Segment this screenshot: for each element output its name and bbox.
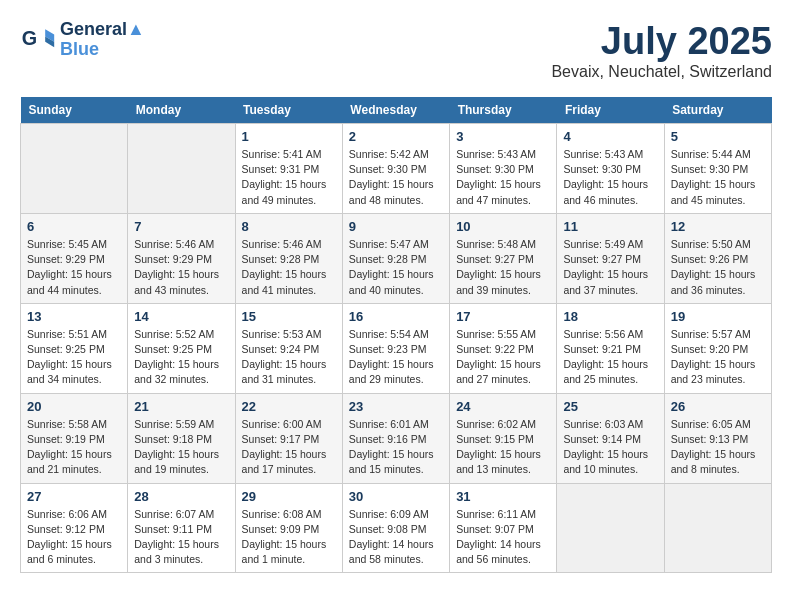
calendar-cell: 21Sunrise: 5:59 AM Sunset: 9:18 PM Dayli… xyxy=(128,393,235,483)
day-number: 25 xyxy=(563,399,657,414)
day-number: 4 xyxy=(563,129,657,144)
weekday-header-row: SundayMondayTuesdayWednesdayThursdayFrid… xyxy=(21,97,772,124)
title-block: July 2025 Bevaix, Neuchatel, Switzerland xyxy=(551,20,772,81)
day-info: Sunrise: 5:48 AM Sunset: 9:27 PM Dayligh… xyxy=(456,237,550,298)
calendar-cell: 22Sunrise: 6:00 AM Sunset: 9:17 PM Dayli… xyxy=(235,393,342,483)
day-number: 3 xyxy=(456,129,550,144)
day-info: Sunrise: 6:03 AM Sunset: 9:14 PM Dayligh… xyxy=(563,417,657,478)
calendar-cell: 16Sunrise: 5:54 AM Sunset: 9:23 PM Dayli… xyxy=(342,303,449,393)
day-number: 2 xyxy=(349,129,443,144)
day-number: 30 xyxy=(349,489,443,504)
day-number: 10 xyxy=(456,219,550,234)
weekday-sunday: Sunday xyxy=(21,97,128,124)
day-info: Sunrise: 6:05 AM Sunset: 9:13 PM Dayligh… xyxy=(671,417,765,478)
day-number: 13 xyxy=(27,309,121,324)
day-info: Sunrise: 5:57 AM Sunset: 9:20 PM Dayligh… xyxy=(671,327,765,388)
calendar-cell: 27Sunrise: 6:06 AM Sunset: 9:12 PM Dayli… xyxy=(21,483,128,573)
day-number: 15 xyxy=(242,309,336,324)
calendar-cell: 15Sunrise: 5:53 AM Sunset: 9:24 PM Dayli… xyxy=(235,303,342,393)
day-info: Sunrise: 5:43 AM Sunset: 9:30 PM Dayligh… xyxy=(456,147,550,208)
calendar-cell: 29Sunrise: 6:08 AM Sunset: 9:09 PM Dayli… xyxy=(235,483,342,573)
day-number: 21 xyxy=(134,399,228,414)
subtitle: Bevaix, Neuchatel, Switzerland xyxy=(551,63,772,81)
day-info: Sunrise: 5:50 AM Sunset: 9:26 PM Dayligh… xyxy=(671,237,765,298)
calendar-cell: 5Sunrise: 5:44 AM Sunset: 9:30 PM Daylig… xyxy=(664,124,771,214)
calendar-body: 1Sunrise: 5:41 AM Sunset: 9:31 PM Daylig… xyxy=(21,124,772,573)
day-number: 18 xyxy=(563,309,657,324)
day-info: Sunrise: 6:07 AM Sunset: 9:11 PM Dayligh… xyxy=(134,507,228,568)
day-info: Sunrise: 6:00 AM Sunset: 9:17 PM Dayligh… xyxy=(242,417,336,478)
day-info: Sunrise: 5:43 AM Sunset: 9:30 PM Dayligh… xyxy=(563,147,657,208)
calendar-cell: 31Sunrise: 6:11 AM Sunset: 9:07 PM Dayli… xyxy=(450,483,557,573)
day-number: 6 xyxy=(27,219,121,234)
day-number: 8 xyxy=(242,219,336,234)
calendar-cell: 10Sunrise: 5:48 AM Sunset: 9:27 PM Dayli… xyxy=(450,213,557,303)
calendar-cell: 18Sunrise: 5:56 AM Sunset: 9:21 PM Dayli… xyxy=(557,303,664,393)
calendar-cell: 25Sunrise: 6:03 AM Sunset: 9:14 PM Dayli… xyxy=(557,393,664,483)
calendar-cell: 1Sunrise: 5:41 AM Sunset: 9:31 PM Daylig… xyxy=(235,124,342,214)
day-info: Sunrise: 5:47 AM Sunset: 9:28 PM Dayligh… xyxy=(349,237,443,298)
calendar-cell: 14Sunrise: 5:52 AM Sunset: 9:25 PM Dayli… xyxy=(128,303,235,393)
day-info: Sunrise: 6:11 AM Sunset: 9:07 PM Dayligh… xyxy=(456,507,550,568)
day-number: 20 xyxy=(27,399,121,414)
day-info: Sunrise: 5:41 AM Sunset: 9:31 PM Dayligh… xyxy=(242,147,336,208)
day-number: 26 xyxy=(671,399,765,414)
week-row-2: 6Sunrise: 5:45 AM Sunset: 9:29 PM Daylig… xyxy=(21,213,772,303)
day-info: Sunrise: 6:08 AM Sunset: 9:09 PM Dayligh… xyxy=(242,507,336,568)
day-info: Sunrise: 5:46 AM Sunset: 9:28 PM Dayligh… xyxy=(242,237,336,298)
calendar-cell xyxy=(664,483,771,573)
day-number: 23 xyxy=(349,399,443,414)
day-info: Sunrise: 5:44 AM Sunset: 9:30 PM Dayligh… xyxy=(671,147,765,208)
day-info: Sunrise: 5:55 AM Sunset: 9:22 PM Dayligh… xyxy=(456,327,550,388)
calendar-cell: 26Sunrise: 6:05 AM Sunset: 9:13 PM Dayli… xyxy=(664,393,771,483)
day-info: Sunrise: 5:58 AM Sunset: 9:19 PM Dayligh… xyxy=(27,417,121,478)
calendar-cell: 23Sunrise: 6:01 AM Sunset: 9:16 PM Dayli… xyxy=(342,393,449,483)
calendar-cell xyxy=(21,124,128,214)
day-number: 11 xyxy=(563,219,657,234)
calendar-cell: 7Sunrise: 5:46 AM Sunset: 9:29 PM Daylig… xyxy=(128,213,235,303)
day-info: Sunrise: 6:06 AM Sunset: 9:12 PM Dayligh… xyxy=(27,507,121,568)
calendar-cell: 2Sunrise: 5:42 AM Sunset: 9:30 PM Daylig… xyxy=(342,124,449,214)
day-info: Sunrise: 5:54 AM Sunset: 9:23 PM Dayligh… xyxy=(349,327,443,388)
day-number: 24 xyxy=(456,399,550,414)
weekday-saturday: Saturday xyxy=(664,97,771,124)
day-number: 22 xyxy=(242,399,336,414)
svg-text:G: G xyxy=(22,27,37,49)
calendar-cell: 3Sunrise: 5:43 AM Sunset: 9:30 PM Daylig… xyxy=(450,124,557,214)
day-number: 7 xyxy=(134,219,228,234)
calendar-cell: 13Sunrise: 5:51 AM Sunset: 9:25 PM Dayli… xyxy=(21,303,128,393)
day-number: 27 xyxy=(27,489,121,504)
day-info: Sunrise: 5:52 AM Sunset: 9:25 PM Dayligh… xyxy=(134,327,228,388)
day-info: Sunrise: 5:45 AM Sunset: 9:29 PM Dayligh… xyxy=(27,237,121,298)
week-row-5: 27Sunrise: 6:06 AM Sunset: 9:12 PM Dayli… xyxy=(21,483,772,573)
day-info: Sunrise: 5:49 AM Sunset: 9:27 PM Dayligh… xyxy=(563,237,657,298)
day-info: Sunrise: 5:59 AM Sunset: 9:18 PM Dayligh… xyxy=(134,417,228,478)
weekday-friday: Friday xyxy=(557,97,664,124)
weekday-monday: Monday xyxy=(128,97,235,124)
day-number: 29 xyxy=(242,489,336,504)
day-number: 12 xyxy=(671,219,765,234)
calendar-cell: 24Sunrise: 6:02 AM Sunset: 9:15 PM Dayli… xyxy=(450,393,557,483)
calendar-cell: 28Sunrise: 6:07 AM Sunset: 9:11 PM Dayli… xyxy=(128,483,235,573)
page-header: G General▲ Blue July 2025 Bevaix, Neucha… xyxy=(20,20,772,81)
day-number: 16 xyxy=(349,309,443,324)
calendar-cell: 11Sunrise: 5:49 AM Sunset: 9:27 PM Dayli… xyxy=(557,213,664,303)
day-number: 19 xyxy=(671,309,765,324)
day-info: Sunrise: 5:56 AM Sunset: 9:21 PM Dayligh… xyxy=(563,327,657,388)
day-number: 14 xyxy=(134,309,228,324)
day-info: Sunrise: 6:02 AM Sunset: 9:15 PM Dayligh… xyxy=(456,417,550,478)
calendar-cell: 30Sunrise: 6:09 AM Sunset: 9:08 PM Dayli… xyxy=(342,483,449,573)
day-info: Sunrise: 5:53 AM Sunset: 9:24 PM Dayligh… xyxy=(242,327,336,388)
week-row-1: 1Sunrise: 5:41 AM Sunset: 9:31 PM Daylig… xyxy=(21,124,772,214)
day-info: Sunrise: 5:51 AM Sunset: 9:25 PM Dayligh… xyxy=(27,327,121,388)
calendar-cell: 19Sunrise: 5:57 AM Sunset: 9:20 PM Dayli… xyxy=(664,303,771,393)
day-number: 28 xyxy=(134,489,228,504)
day-info: Sunrise: 6:09 AM Sunset: 9:08 PM Dayligh… xyxy=(349,507,443,568)
day-info: Sunrise: 5:42 AM Sunset: 9:30 PM Dayligh… xyxy=(349,147,443,208)
logo: G General▲ Blue xyxy=(20,20,145,60)
logo-text: General▲ Blue xyxy=(60,20,145,60)
calendar-cell: 20Sunrise: 5:58 AM Sunset: 9:19 PM Dayli… xyxy=(21,393,128,483)
day-number: 31 xyxy=(456,489,550,504)
week-row-4: 20Sunrise: 5:58 AM Sunset: 9:19 PM Dayli… xyxy=(21,393,772,483)
day-number: 1 xyxy=(242,129,336,144)
